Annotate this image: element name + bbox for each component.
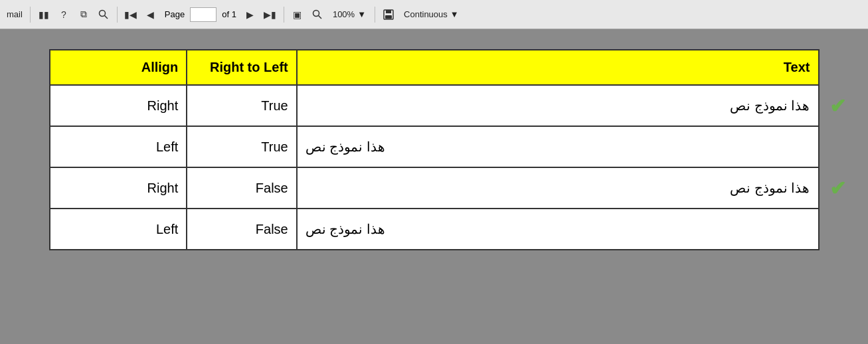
print-icon[interactable]: ▮▮: [35, 6, 52, 23]
cell-rtl: True: [187, 85, 296, 126]
separator-3: [284, 7, 284, 23]
cell-text: هذا نموذج نص: [297, 126, 819, 167]
table-wrapper: Allign Right to Left Text RightTrueهذا ن…: [49, 49, 820, 250]
header-text: Text: [297, 50, 819, 85]
cell-text: هذا نموذج نص✔: [297, 167, 819, 209]
separator-1: [30, 7, 31, 23]
last-page-icon[interactable]: ▶▮: [262, 6, 279, 23]
header-rtl: Right to Left: [187, 50, 296, 85]
svg-line-3: [318, 15, 321, 19]
zoom-label: 100%: [333, 9, 355, 19]
page-label: Page: [165, 9, 185, 19]
separator-4: [375, 7, 375, 23]
cell-rtl: True: [187, 126, 296, 167]
view-label: Continuous: [404, 9, 448, 19]
cell-align: Left: [50, 209, 187, 250]
table-row: LeftFalseهذا نموذج نص: [50, 209, 819, 250]
cell-align: Right: [50, 85, 187, 126]
cell-rtl: False: [187, 167, 296, 209]
content-area: Allign Right to Left Text RightTrueهذا ن…: [0, 29, 868, 344]
separator-2: [117, 7, 118, 23]
table-header-row: Allign Right to Left Text: [50, 50, 819, 85]
svg-point-0: [99, 10, 105, 16]
fit-page-icon[interactable]: ▣: [289, 6, 306, 23]
svg-point-2: [313, 10, 319, 16]
view-dropdown[interactable]: Continuous ▼: [400, 8, 463, 21]
zoom-dropdown[interactable]: 100% ▼: [329, 8, 370, 21]
svg-rect-5: [386, 10, 391, 13]
of-text: of 1: [222, 9, 236, 19]
check-icon: ✔: [829, 177, 846, 200]
header-align: Allign: [50, 50, 187, 85]
cell-text: هذا نموذج نص: [297, 209, 819, 250]
page-input[interactable]: [190, 7, 217, 22]
check-icon: ✔: [829, 94, 846, 118]
svg-rect-6: [385, 15, 392, 19]
zoom-icon[interactable]: [309, 6, 326, 23]
next-page-icon[interactable]: ▶: [242, 6, 259, 23]
cell-align: Left: [50, 126, 187, 167]
help-icon[interactable]: ?: [55, 6, 72, 23]
cell-rtl: False: [187, 209, 296, 250]
zoom-arrow-icon: ▼: [357, 9, 366, 19]
toolbar: mail ▮▮ ? ⧉ ▮◀ ◀ Page of 1 ▶ ▶▮ ▣ 100% ▼: [0, 0, 868, 29]
copy-icon[interactable]: ⧉: [75, 6, 92, 23]
data-table: Allign Right to Left Text RightTrueهذا ن…: [49, 49, 820, 250]
table-row: LeftTrueهذا نموذج نص: [50, 126, 819, 167]
mail-label[interactable]: mail: [4, 8, 25, 21]
table-row: RightTrueهذا نموذج نص✔: [50, 85, 819, 126]
svg-line-1: [104, 15, 108, 19]
first-page-icon[interactable]: ▮◀: [122, 6, 139, 23]
find-icon[interactable]: [95, 6, 112, 23]
view-arrow-icon: ▼: [450, 9, 459, 19]
save-icon[interactable]: [380, 6, 397, 23]
cell-align: Right: [50, 167, 187, 209]
table-row: RightFalseهذا نموذج نص✔: [50, 167, 819, 209]
prev-page-icon[interactable]: ◀: [142, 6, 159, 23]
cell-text: هذا نموذج نص✔: [297, 85, 819, 126]
